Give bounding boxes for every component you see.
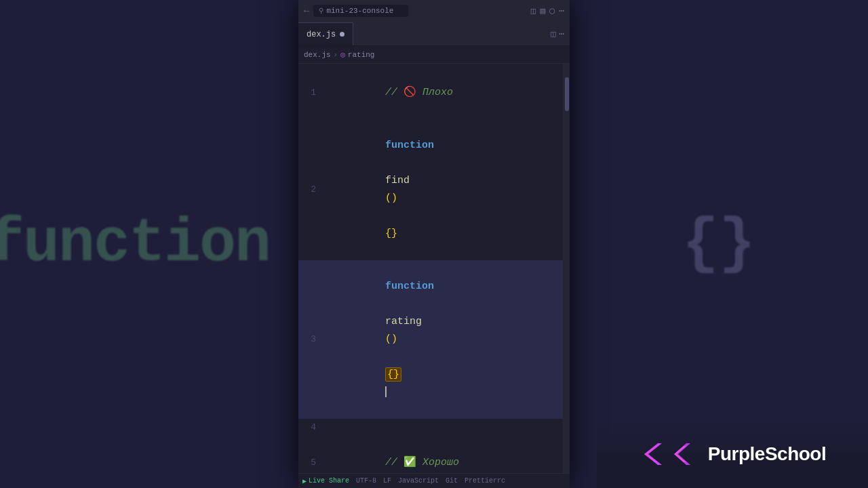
tab-modified-indicator: [340, 32, 344, 37]
scrollbar[interactable]: [563, 64, 570, 473]
brand-icon-svg: [669, 439, 698, 469]
language-indicator[interactable]: JavaScript: [398, 477, 439, 485]
breadcrumb-icon[interactable]: ◯: [549, 5, 555, 16]
search-icon: ⚲: [319, 7, 323, 15]
brand-name: PurpleSchool: [708, 443, 826, 465]
code-line-4: 4: [298, 419, 570, 436]
func-name-rating: rating: [385, 316, 422, 327]
line-content-5: // ✅ Хорошо: [324, 436, 570, 473]
func-name-find: find: [385, 175, 410, 186]
code-line-5: 5 // ✅ Хорошо: [298, 436, 570, 473]
bg-right-text: {}: [682, 209, 755, 279]
line-content-2: function find () {}: [324, 119, 570, 260]
func-brace-highlighted: {}: [385, 367, 401, 382]
tab-bar: dex.js ◫ ⋯: [298, 22, 570, 46]
svg-marker-1: [644, 446, 658, 462]
line-content-1: // 🚫 Плохо: [324, 66, 570, 119]
purpleschool-chevron-icon: [639, 439, 669, 469]
code-editor[interactable]: 1 // 🚫 Плохо 2 function find () {}: [298, 64, 570, 473]
func-brace-2: {}: [385, 228, 397, 239]
line-number-1: 1: [298, 84, 324, 102]
comment-good: // ✅ Хорошо: [385, 457, 459, 468]
live-share-label: Live Share: [309, 477, 349, 485]
search-text: mini-23-console: [326, 7, 393, 15]
editor-layout-icons: ◫ ⋯: [551, 28, 564, 39]
background-left: function: [0, 0, 298, 488]
tab-dex-js[interactable]: dex.js: [298, 22, 353, 45]
code-line-1: 1 // 🚫 Плохо: [298, 66, 570, 119]
scrollbar-thumb[interactable]: [565, 77, 569, 111]
bg-left-text: function: [0, 209, 270, 279]
code-line-2: 2 function find () {}: [298, 119, 570, 260]
line-number-3: 3: [298, 331, 324, 348]
live-share-icon: ▶: [302, 477, 307, 485]
code-lines: 1 // 🚫 Плохо 2 function find () {}: [298, 64, 570, 473]
text-cursor: [385, 386, 387, 397]
line-content-4: [324, 419, 570, 436]
line-number-4: 4: [298, 419, 324, 436]
branding-area: PurpleSchool: [597, 420, 868, 488]
brand-logo: [639, 439, 698, 469]
line-content-3: function rating () {}: [324, 260, 570, 419]
line-number-5: 5: [298, 454, 324, 472]
status-bar: ▶ Live Share UTF-8 LF JavaScript Git Pre…: [298, 473, 570, 488]
title-bar-left: ← ⚲ mini-23-console: [304, 5, 408, 17]
breadcrumb-symbol: rating: [348, 51, 375, 59]
git-indicator[interactable]: Git: [446, 477, 458, 485]
breadcrumb: dex.js › ◎ rating ≡: [298, 46, 570, 64]
encoding-indicator[interactable]: UTF-8: [356, 477, 376, 485]
func-parens-2: (): [385, 192, 397, 204]
title-bar: ← ⚲ mini-23-console ◫ ▤ ◯ ⋯: [298, 0, 570, 22]
eol-indicator[interactable]: LF: [383, 477, 391, 485]
more-options-icon[interactable]: ⋯: [559, 28, 564, 39]
more-icon[interactable]: ⋯: [559, 5, 564, 16]
title-bar-actions: ◫ ▤ ◯ ⋯: [531, 5, 564, 16]
editor-window: ← ⚲ mini-23-console ◫ ▤ ◯ ⋯ dex.js ◫ ⋯ d…: [298, 0, 570, 488]
keyword-function-3: function: [385, 281, 434, 292]
split-view-icon[interactable]: ◫: [551, 28, 556, 39]
func-parens-3: (): [385, 333, 397, 345]
search-bar[interactable]: ⚲ mini-23-console: [313, 5, 408, 17]
comment-bad: // 🚫 Плохо: [385, 87, 453, 98]
tab-label: dex.js: [307, 30, 336, 39]
split-editor-icon[interactable]: ◫: [531, 5, 536, 16]
keyword-function-2: function: [385, 140, 434, 151]
symbol-icon: ◎: [340, 50, 345, 59]
breadcrumb-file: dex.js: [304, 51, 331, 59]
line-number-2: 2: [298, 181, 324, 199]
code-line-3: 3 function rating () {}: [298, 260, 570, 419]
background-right: {}: [570, 0, 868, 488]
layout-icon[interactable]: ▤: [540, 5, 546, 16]
live-share-indicator[interactable]: ▶ Live Share: [302, 477, 349, 485]
back-button[interactable]: ←: [304, 5, 309, 16]
prettierrc-indicator[interactable]: Prettierrc: [465, 477, 505, 485]
breadcrumb-separator: ›: [334, 51, 338, 59]
